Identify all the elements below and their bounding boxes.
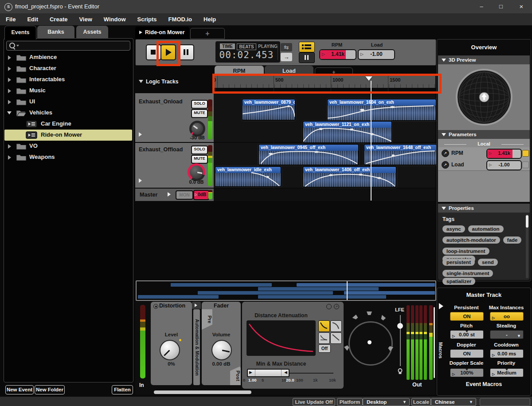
expand-arrow-icon[interactable] bbox=[8, 78, 11, 82]
fader-volume-knob[interactable] bbox=[211, 340, 232, 360]
menu-create[interactable]: Create bbox=[44, 13, 73, 25]
distance-range-slider[interactable]: ▶ ◀ bbox=[247, 369, 289, 377]
tree-item-character[interactable]: Character bbox=[4, 63, 132, 74]
parameter-row-load[interactable]: ↗ Load ▷ -1.00 bbox=[438, 159, 530, 171]
new-editor-tab-button[interactable]: + bbox=[190, 28, 225, 39]
expand-track-icon[interactable] bbox=[139, 178, 142, 183]
menu-help[interactable]: Help bbox=[198, 13, 222, 25]
maximize-button[interactable]: □ bbox=[492, 0, 510, 13]
tab-banks[interactable]: Banks bbox=[37, 26, 74, 38]
bypass-radio-icon[interactable] bbox=[326, 304, 332, 309]
tab-assets[interactable]: Assets bbox=[76, 26, 108, 38]
locale-dropdown[interactable]: Chinese ▼ bbox=[431, 398, 476, 406]
tree-item-ambience[interactable]: Ambience bbox=[4, 52, 132, 63]
platform-dropdown[interactable]: Desktop ▼ bbox=[363, 398, 410, 406]
3d-preview-sphere[interactable] bbox=[455, 68, 513, 126]
curve-shape-button[interactable] bbox=[318, 332, 330, 344]
menu-fmodio[interactable]: FMOD.io bbox=[163, 13, 198, 25]
expand-arrow-icon[interactable] bbox=[8, 144, 11, 149]
menu-view[interactable]: View bbox=[73, 13, 98, 25]
pitch-slider[interactable]: ▷ 0.00 st bbox=[450, 330, 484, 339]
minimize-button[interactable]: – bbox=[473, 0, 490, 13]
tree-item-weapons[interactable]: Weapons bbox=[4, 152, 132, 163]
doppler-toggle[interactable]: ON bbox=[450, 349, 484, 358]
audio-clip[interactable]: veh_lawnmower_1604_on_exh bbox=[327, 99, 437, 121]
automation-strip-header[interactable] bbox=[192, 302, 201, 309]
tree-item-interactables[interactable]: Interactables bbox=[4, 74, 132, 85]
solo-button[interactable]: SOLO bbox=[191, 146, 208, 154]
parameter-row-rpm[interactable]: ↗ RPM ▷ 1.41k bbox=[438, 147, 530, 159]
seek-checkbox[interactable] bbox=[522, 162, 529, 168]
solo-button[interactable]: SOLO bbox=[191, 100, 208, 109]
expand-circle-icon[interactable]: ↗ bbox=[334, 304, 339, 309]
tab-events[interactable]: Events bbox=[4, 26, 36, 39]
pre-fader-tab[interactable]: Pre bbox=[202, 309, 212, 330]
new-event-button[interactable]: New Event bbox=[5, 385, 34, 394]
rpm-slider[interactable]: ▷ 1.41k bbox=[486, 149, 522, 159]
follow-playhead-button[interactable]: → bbox=[281, 53, 292, 61]
audio-clip[interactable]: veh_lawnmower_0945_off_exh bbox=[258, 144, 359, 166]
track-volume-knob[interactable] bbox=[189, 121, 205, 137]
audio-clip[interactable]: veh_lawnmower_1648_off_exh bbox=[364, 144, 437, 166]
expand-arrow-icon[interactable] bbox=[8, 67, 11, 71]
range-max-handle[interactable]: ◀ bbox=[284, 370, 287, 374]
expand-arrow-icon[interactable] bbox=[8, 89, 11, 93]
priority-slider[interactable]: ▷ Medium bbox=[490, 368, 524, 377]
audio-clip[interactable]: veh_lawnmower_0879_on_exh bbox=[242, 99, 296, 121]
attenuation-off-button[interactable]: Off bbox=[318, 344, 331, 353]
tag[interactable]: loop-instrument bbox=[442, 248, 489, 255]
menu-scripts[interactable]: Scripts bbox=[132, 13, 163, 25]
tag[interactable]: spatializer bbox=[442, 278, 475, 285]
tag[interactable]: automation bbox=[468, 225, 504, 233]
tag[interactable]: single-instrument bbox=[442, 270, 493, 277]
track-header-exhaust-onload[interactable]: Exhaust_Onload SOLO MUTE -30 dB bbox=[135, 93, 214, 142]
pause-button[interactable] bbox=[179, 44, 194, 60]
flatten-button[interactable]: Flatten bbox=[112, 385, 133, 394]
distortion-module[interactable]: Distortion Level 0% bbox=[151, 302, 192, 385]
expand-macros-icon[interactable] bbox=[439, 303, 443, 309]
tree-item-ride-on-mower-selected[interactable]: Ride-on Mower bbox=[4, 130, 132, 141]
expand-track-icon[interactable] bbox=[139, 132, 142, 137]
preview-body[interactable] bbox=[438, 64, 530, 130]
stealing-dropdown[interactable]: - ▼ bbox=[490, 330, 524, 339]
beats-mode-button[interactable]: BEATS bbox=[237, 43, 256, 50]
range-min-handle[interactable]: ▶ bbox=[249, 370, 252, 374]
fader-module[interactable]: Fader Pre Volume 0.00 dB Post bbox=[202, 302, 241, 385]
persistent-toggle[interactable]: ON bbox=[450, 312, 484, 321]
curve-shape-button[interactable] bbox=[330, 320, 342, 332]
menu-file[interactable]: File bbox=[0, 13, 21, 25]
section-properties[interactable]: Properties bbox=[438, 204, 530, 213]
distortion-level-knob[interactable] bbox=[160, 340, 180, 360]
playhead-line[interactable] bbox=[371, 81, 372, 201]
new-folder-button[interactable]: New Folder bbox=[35, 385, 65, 394]
lfe-slider-knob[interactable] bbox=[397, 323, 403, 329]
rpm-param-slider[interactable]: ▷ 1.41k bbox=[319, 49, 356, 60]
seek-checkbox-active[interactable] bbox=[522, 150, 529, 157]
section-3d-preview[interactable]: 3D Preview bbox=[438, 55, 530, 64]
pause-all-button[interactable] bbox=[299, 52, 315, 63]
search-input[interactable] bbox=[6, 41, 130, 51]
spatializer-module[interactable]: ↗ Distance Attenuation Off Min & Max Dis… bbox=[242, 302, 344, 389]
doppler-scale-slider[interactable]: ▷ 100% bbox=[450, 368, 484, 377]
menu-window[interactable]: Window bbox=[98, 13, 132, 25]
tag[interactable]: persistent bbox=[442, 259, 475, 266]
timeline-minimap[interactable] bbox=[136, 280, 436, 301]
loop-playback-button[interactable]: ⇆ bbox=[281, 43, 292, 51]
curve-shape-button-active[interactable] bbox=[318, 320, 330, 332]
tree-item-car-engine[interactable]: Car Engine bbox=[4, 118, 132, 130]
monitor-button[interactable]: MON bbox=[176, 190, 193, 200]
audio-clip[interactable]: veh_lawnmower_1406_off_exh bbox=[302, 166, 397, 188]
lfe-lock-icon[interactable] bbox=[397, 368, 403, 375]
tag[interactable]: autopitch-modulator bbox=[442, 237, 500, 244]
post-fader-tab[interactable]: Post bbox=[230, 366, 241, 385]
track-volume-knob[interactable] bbox=[188, 163, 205, 181]
expand-arrow-icon[interactable] bbox=[8, 100, 11, 104]
expand-arrow-icon[interactable] bbox=[8, 155, 11, 160]
tag[interactable]: send bbox=[478, 259, 498, 266]
mute-button[interactable]: MUTE bbox=[191, 155, 208, 164]
cooldown-slider[interactable]: ▷ 0.00 ms bbox=[490, 349, 524, 358]
tree-item-vehicles[interactable]: Vehicles bbox=[4, 107, 132, 118]
load-slider[interactable]: ▷ -1.00 bbox=[486, 160, 522, 170]
tag[interactable]: fade bbox=[503, 237, 522, 244]
master-gain-badge[interactable]: ▷ 0dB bbox=[193, 190, 209, 200]
